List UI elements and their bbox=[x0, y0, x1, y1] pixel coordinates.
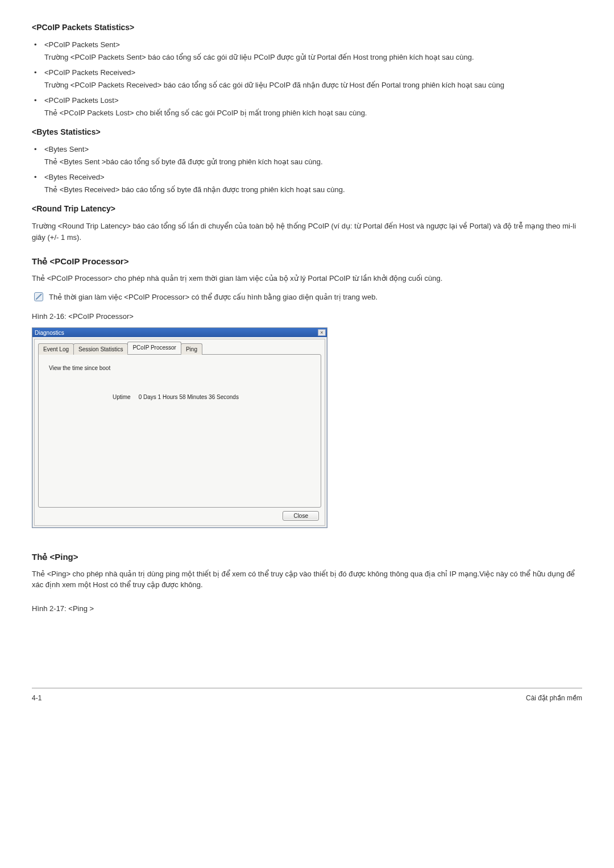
item-desc: Thẻ <PCoIP Packets Lost> cho biết tổng s… bbox=[44, 107, 582, 119]
spacer bbox=[32, 620, 582, 688]
item-desc: Trường <PCoIP Packets Received> báo cáo … bbox=[44, 80, 582, 91]
list-item: <PCoIP Packets Received> Trường <PCoIP P… bbox=[32, 67, 582, 90]
item-title: <PCoIP Packets Sent> bbox=[44, 39, 582, 51]
dialog-title: Diagnostics bbox=[35, 329, 64, 337]
ping-desc: Thẻ <Ping> cho phép nhà quản trị dùng pi… bbox=[32, 568, 582, 591]
figure-caption-ping: Hình 2-17: <Ping > bbox=[32, 603, 582, 614]
page-footer: 4-1 Cài đặt phần mềm bbox=[32, 688, 582, 703]
dialog-body: Event Log Session Statistics PCoIP Proce… bbox=[34, 339, 325, 526]
panel-heading: View the time since boot bbox=[49, 364, 310, 372]
section-title-pcoip-packets: <PCoIP Packets Statistics> bbox=[32, 22, 582, 34]
list-item: <PCoIP Packets Lost> Thẻ <PCoIP Packets … bbox=[32, 95, 582, 118]
list-item: <PCoIP Packets Sent> Trường <PCoIP Packe… bbox=[32, 39, 582, 63]
footer-right: Cài đặt phần mềm bbox=[526, 693, 582, 703]
item-desc: Thẻ <Bytes Received> báo cáo tổng số byt… bbox=[44, 184, 582, 196]
section-title-processor: Thẻ <PCoIP Processor> bbox=[32, 255, 582, 268]
uptime-label: Uptime bbox=[113, 393, 131, 401]
tab-event-log[interactable]: Event Log bbox=[38, 343, 74, 355]
uptime-value: 0 Days 1 Hours 58 Minutes 36 Seconds bbox=[139, 393, 239, 401]
item-desc: Thẻ <Bytes Sent >báo cáo tổng số byte đã… bbox=[44, 156, 582, 168]
item-title: <PCoIP Packets Lost> bbox=[44, 95, 582, 106]
item-desc: Trường <PCoIP Packets Sent> báo cáo tổng… bbox=[44, 52, 582, 63]
item-title: <PCoIP Packets Received> bbox=[44, 67, 582, 78]
list-item: <Bytes Sent> Thẻ <Bytes Sent >báo cáo tổ… bbox=[32, 144, 582, 167]
note-row: Thẻ thời gian làm việc <PCoIP Processor>… bbox=[32, 292, 582, 303]
tabpanel-pcoip-processor: View the time since boot Uptime 0 Days 1… bbox=[38, 354, 321, 508]
close-icon[interactable]: × bbox=[318, 329, 326, 336]
dialog-titlebar[interactable]: Diagnostics × bbox=[32, 328, 327, 337]
tab-ping[interactable]: Ping bbox=[181, 343, 202, 355]
item-title: <Bytes Received> bbox=[44, 172, 582, 183]
footer-left: 4-1 bbox=[32, 693, 42, 703]
section-title-ping: Thẻ <Ping> bbox=[32, 551, 582, 564]
tab-pcoip-processor[interactable]: PCoIP Processor bbox=[127, 342, 181, 354]
item-title: <Bytes Sent> bbox=[44, 144, 582, 155]
tab-session-statistics[interactable]: Session Statistics bbox=[73, 343, 128, 355]
section-title-bytes: <Bytes Statistics> bbox=[32, 126, 582, 138]
latency-desc: Trường <Round Trip Latency> báo cáo tổng… bbox=[32, 221, 582, 243]
bytes-list: <Bytes Sent> Thẻ <Bytes Sent >báo cáo tổ… bbox=[32, 144, 582, 195]
figure-caption-processor: Hình 2-16: <PCoIP Processor> bbox=[32, 311, 582, 322]
close-button[interactable]: Close bbox=[283, 511, 319, 521]
pcoip-packets-list: <PCoIP Packets Sent> Trường <PCoIP Packe… bbox=[32, 39, 582, 118]
list-item: <Bytes Received> Thẻ <Bytes Received> bá… bbox=[32, 172, 582, 195]
dialog-footer: Close bbox=[38, 508, 321, 522]
note-text: Thẻ thời gian làm việc <PCoIP Processor>… bbox=[49, 292, 377, 303]
note-icon bbox=[34, 292, 43, 301]
diagnostics-dialog: Diagnostics × Event Log Session Statisti… bbox=[32, 327, 327, 528]
processor-desc: Thẻ <PCoIP Processor> cho phép nhà quản … bbox=[32, 273, 582, 284]
section-title-latency: <Round Trip Latency> bbox=[32, 203, 582, 215]
tabstrip: Event Log Session Statistics PCoIP Proce… bbox=[38, 342, 321, 354]
uptime-row: Uptime 0 Days 1 Hours 58 Minutes 36 Seco… bbox=[49, 393, 310, 401]
